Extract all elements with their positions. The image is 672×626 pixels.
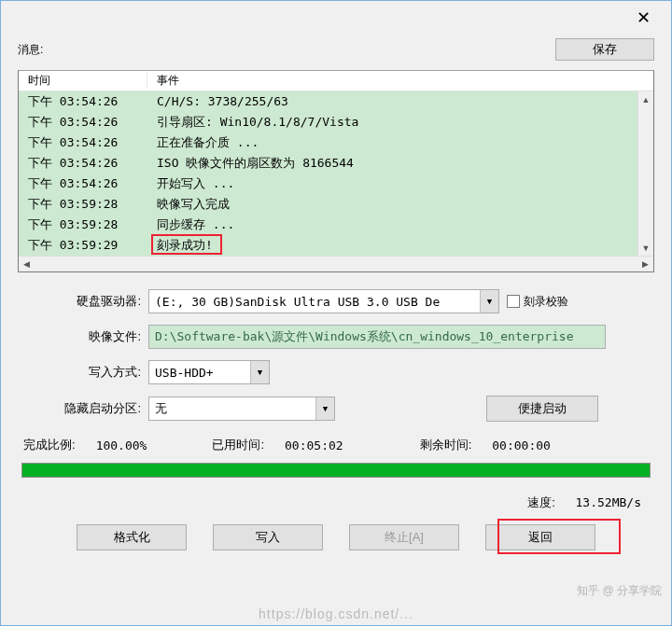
format-button[interactable]: 格式化 [77,524,187,550]
log-row[interactable]: 下午 03:59:28映像写入完成 [19,194,637,215]
log-time: 下午 03:54:26 [19,174,147,194]
log-row[interactable]: 下午 03:54:26正在准备介质 ... [19,132,637,153]
log-event: 刻录成功! [147,235,637,256]
write-method-combobox[interactable]: USB-HDD+ ▼ [148,360,270,384]
elapsed-value: 00:05:02 [285,438,343,452]
log-body: 下午 03:54:26C/H/S: 3738/255/63 下午 03:54:2… [19,91,653,256]
drive-combobox[interactable]: (E:, 30 GB)SanDisk Ultra USB 3.0 USB De … [148,289,499,313]
titlebar: ✕ [1,1,671,35]
ratio-value: 100.00% [96,438,147,452]
log-time: 下午 03:59:28 [19,194,147,215]
elapsed-label: 已用时间: [212,437,264,453]
abort-button: 终止[A] [349,524,459,550]
progress-stats: 完成比例: 100.00% 已用时间: 00:05:02 剩余时间: 00:00… [1,433,671,453]
log-event: 正在准备介质 ... [147,132,637,153]
scroll-left-icon[interactable]: ◀ [19,259,35,269]
horizontal-scrollbar[interactable]: ◀ ▶ [19,256,653,271]
log-event: 映像写入完成 [147,194,637,215]
log-row[interactable]: 下午 03:54:26ISO 映像文件的扇区数为 8166544 [19,153,637,174]
drive-value: (E:, 30 GB)SanDisk Ultra USB 3.0 USB De [155,295,440,309]
form-area: 硬盘驱动器: (E:, 30 GB)SanDisk Ultra USB 3.0 … [1,272,671,422]
watermark-right: 知乎 @ 分享学院 [577,583,662,599]
log-row[interactable]: 下午 03:54:26C/H/S: 3738/255/63 [19,91,637,112]
speed-row: 速度: 13.52MB/s [1,478,671,511]
log-list: 时间 事件 下午 03:54:26C/H/S: 3738/255/63 下午 0… [18,70,654,272]
chevron-down-icon[interactable]: ▼ [480,290,498,313]
log-header: 时间 事件 [19,71,653,91]
hidden-partition-label: 隐藏启动分区: [18,400,148,417]
progress-bar [21,463,651,478]
image-path-field[interactable]: D:\Software-bak\源文件\Windows系统\cn_windows… [148,325,606,349]
progress-fill [22,464,650,477]
save-button[interactable]: 保存 [555,38,654,61]
checkbox-box-icon[interactable] [507,295,520,308]
verify-checkbox[interactable]: 刻录校验 [507,294,568,310]
log-time: 下午 03:59:28 [19,215,147,235]
log-row[interactable]: 下午 03:59:28同步缓存 ... [19,215,637,235]
log-header-time[interactable]: 时间 [19,73,147,89]
scroll-right-icon[interactable]: ▶ [637,259,653,269]
speed-value: 13.52MB/s [576,495,641,509]
log-event: C/H/S: 3738/255/63 [147,91,637,112]
write-method-label: 写入方式: [18,364,148,381]
log-time: 下午 03:59:29 [19,235,147,256]
back-button[interactable]: 返回 [485,524,595,550]
top-bar: 消息: 保存 [1,35,671,66]
close-icon[interactable]: ✕ [629,4,658,32]
hidden-partition-value: 无 [155,400,167,417]
log-row[interactable]: 下午 03:54:26开始写入 ... [19,174,637,194]
scroll-down-icon[interactable]: ▼ [638,240,653,256]
write-button[interactable]: 写入 [213,524,323,550]
log-event: 开始写入 ... [147,174,637,194]
ratio-label: 完成比例: [23,437,76,453]
chevron-down-icon[interactable]: ▼ [250,361,269,383]
log-row[interactable]: 下午 03:54:26引导扇区: Win10/8.1/8/7/Vista [19,112,637,132]
image-label: 映像文件: [18,328,148,345]
log-row[interactable]: 下午 03:59:29刻录成功! [19,235,637,256]
scroll-up-icon[interactable]: ▲ [638,91,653,107]
remain-label: 剩余时间: [420,437,472,453]
remain-value: 00:00:00 [492,438,551,452]
convenient-boot-button[interactable]: 便捷启动 [486,396,598,422]
log-event: 同步缓存 ... [147,215,637,235]
image-path-value: D:\Software-bak\源文件\Windows系统\cn_windows… [155,328,574,345]
vertical-scrollbar[interactable]: ▲ ▼ [637,91,653,256]
log-event: ISO 映像文件的扇区数为 8166544 [147,153,637,174]
watermark-url: https://blog.csdn.net/... [1,606,671,621]
drive-label: 硬盘驱动器: [18,293,148,310]
message-label: 消息: [18,42,43,58]
speed-label: 速度: [527,495,555,509]
chevron-down-icon[interactable]: ▼ [315,397,334,420]
log-time: 下午 03:54:26 [19,91,147,112]
dialog-window: ✕ 消息: 保存 时间 事件 下午 03:54:26C/H/S: 3738/25… [0,0,672,626]
log-event: 引导扇区: Win10/8.1/8/7/Vista [147,112,637,132]
verify-label: 刻录校验 [524,294,568,310]
log-time: 下午 03:54:26 [19,153,147,174]
log-header-event[interactable]: 事件 [147,73,653,89]
write-method-value: USB-HDD+ [155,366,214,380]
bottom-button-bar: 格式化 写入 终止[A] 返回 [1,511,671,550]
hidden-partition-combobox[interactable]: 无 ▼ [148,396,335,421]
log-time: 下午 03:54:26 [19,112,147,132]
log-time: 下午 03:54:26 [19,132,147,153]
